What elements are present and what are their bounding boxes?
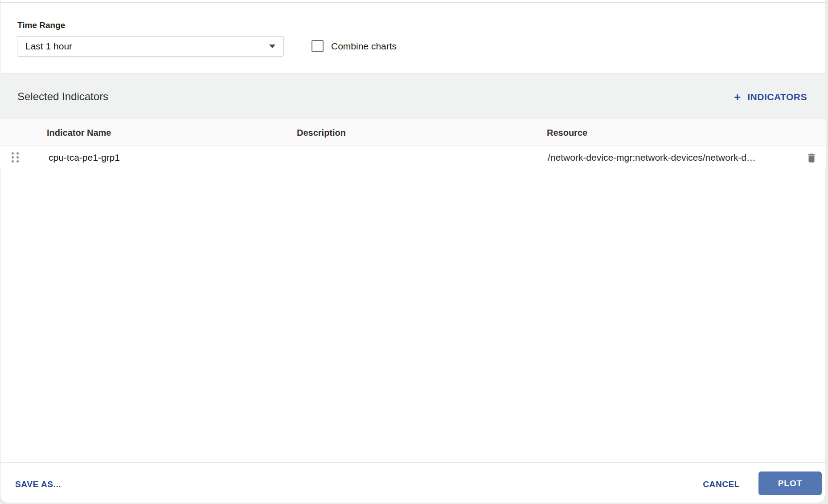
column-header-resource: Resource [547,119,587,146]
combine-charts-label: Combine charts [331,41,397,52]
trash-icon [806,152,817,164]
selected-indicators-title: Selected Indicators [17,90,108,103]
footer-divider [0,462,826,463]
column-header-description: Description [297,119,346,146]
plot-button[interactable]: PLOT [758,471,822,495]
plus-icon: + [734,91,741,103]
selected-indicators-band: Selected Indicators + INDICATORS [0,73,826,119]
indicator-name-cell: cpu-tca-pe1-grp1 [49,146,120,169]
resource-cell: /network-device-mgr:network-devices/netw… [548,146,756,169]
top-divider [0,2,826,3]
column-header-indicator-name: Indicator Name [47,119,111,146]
cancel-button[interactable]: CANCEL [703,480,740,489]
time-range-label: Time Range [17,20,65,30]
drag-handle-icon[interactable] [12,152,19,163]
save-as-button[interactable]: SAVE AS... [15,480,61,489]
indicators-table-header: Indicator Name Description Resource [0,119,826,146]
add-indicators-button[interactable]: + INDICATORS [734,74,807,120]
table-row: cpu-tca-pe1-grp1 /network-device-mgr:net… [0,146,826,169]
combine-charts-checkbox[interactable] [312,40,324,52]
delete-row-button[interactable] [805,151,818,165]
plot-indicators-dialog: Time Range Last 1 hour Combine charts Se… [0,0,828,504]
add-indicators-label: INDICATORS [747,92,807,102]
time-range-value: Last 1 hour [25,41,269,52]
chevron-down-icon [269,45,275,48]
time-range-select[interactable]: Last 1 hour [17,36,284,57]
